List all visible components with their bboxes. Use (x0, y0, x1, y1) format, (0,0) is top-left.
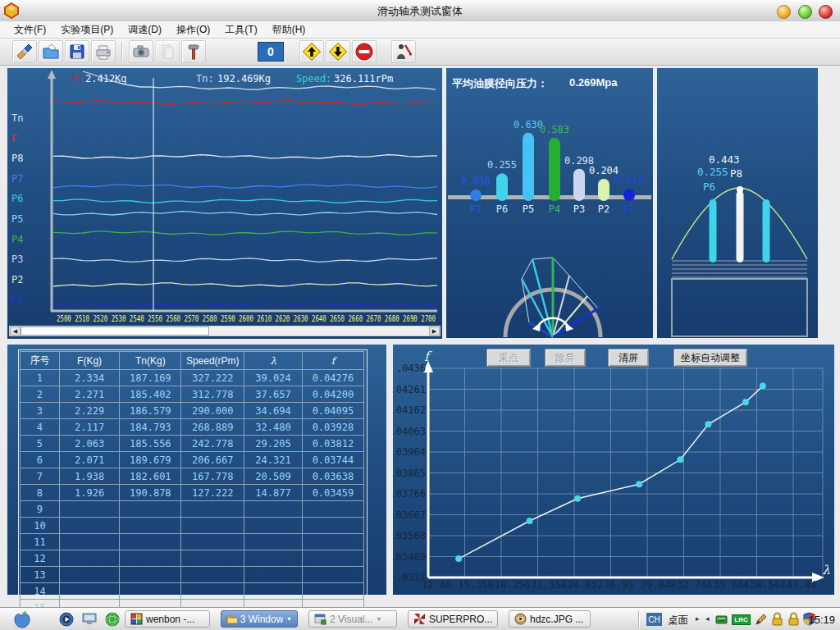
task-button-1[interactable]: 3 Window...▼ (221, 610, 298, 628)
browser-globe-icon[interactable] (105, 612, 120, 627)
task-button-0[interactable]: wenbon -... (125, 610, 210, 628)
table-cell: 1.938 (59, 468, 119, 485)
scrollbar-thumb[interactable] (21, 326, 209, 336)
print-button[interactable] (91, 40, 116, 63)
table-cell (181, 567, 244, 583)
table-cell (120, 567, 181, 583)
pressure-name-P5: P5 (523, 203, 534, 215)
task-button-3[interactable]: SUPERPRO... (408, 610, 498, 628)
minimize-button[interactable] (777, 5, 791, 19)
lock2-tray-icon[interactable] (788, 612, 800, 626)
table-row[interactable]: 22.271185.402312.77837.6570.04200 (21, 386, 364, 403)
task-button-4[interactable]: hdzc.JPG ... (509, 610, 591, 628)
expand-right-chevron[interactable]: ▸ (696, 614, 700, 623)
trace-P3 (53, 258, 437, 262)
table-row[interactable]: 42.117184.793268.88932.4800.03928 (21, 419, 364, 436)
table-cell (59, 567, 119, 583)
table-row[interactable]: 13 (21, 567, 364, 583)
table-row[interactable]: 32.229186.579290.00034.6940.04095 (21, 403, 364, 419)
readout-label-2: Speed: (296, 73, 331, 84)
table-row[interactable]: 14 (21, 583, 364, 600)
readout-value-2: 326.111rPm (334, 73, 393, 84)
open-file-button[interactable] (39, 40, 63, 63)
close-button[interactable] (819, 5, 833, 19)
table-row[interactable]: 81.926190.878127.22214.8770.03459 (21, 485, 364, 501)
bar-p8-cap (737, 186, 743, 193)
save-button[interactable] (65, 40, 89, 63)
column-header-1: F(Kg) (59, 352, 119, 370)
pencil-tray-icon[interactable] (755, 613, 768, 626)
task-dropdown-arrow[interactable]: ▼ (286, 616, 292, 622)
save-icon (67, 42, 87, 62)
table-row[interactable]: 10 (21, 518, 364, 534)
table-row[interactable]: 12 (21, 550, 364, 567)
table-cell: 0.03638 (302, 468, 363, 485)
menu-item-3[interactable]: 操作(O) (169, 21, 217, 39)
usb-device-tray-icon[interactable] (715, 614, 728, 625)
friction-chart: .0436.04261.04162.04063.03964.03865.0376… (393, 345, 834, 595)
desktop-toolbar-label[interactable]: 桌面 (668, 614, 688, 628)
horizontal-scrollbar[interactable]: ◀ ▶ (9, 326, 441, 336)
menu-item-1[interactable]: 实验项目(P) (53, 21, 121, 39)
wizard-button[interactable] (391, 40, 416, 63)
table-cell: 5 (21, 436, 60, 452)
apple-menu-icon[interactable] (13, 610, 31, 628)
task-dropdown-arrow[interactable]: ▼ (376, 616, 381, 622)
taskbar-separator (638, 611, 640, 628)
table-cell: 290.000 (181, 403, 244, 419)
display-icon[interactable] (82, 613, 98, 626)
title-bar[interactable]: 滑动轴承测试窗体 (0, 0, 840, 22)
brush-tool-button[interactable] (12, 40, 37, 63)
brush-icon (15, 42, 34, 62)
y-label-Tn: Tn (11, 112, 23, 124)
table-cell: 32.480 (244, 419, 303, 436)
menu-item-5[interactable]: 帮助(H) (265, 21, 313, 39)
table-cell: 6 (21, 452, 60, 468)
photo-icon (514, 613, 527, 625)
table-row[interactable]: 12.334187.169327.22239.0240.04276 (21, 370, 364, 386)
task-button-2[interactable]: 2 Visual...▼ (308, 610, 397, 628)
table-cell: 4 (21, 419, 60, 436)
maximize-button[interactable] (798, 5, 812, 19)
copy-pages-button[interactable] (155, 40, 180, 63)
menu-item-2[interactable]: 调速(D) (121, 21, 169, 39)
table-cell: 20.509 (244, 468, 303, 485)
pressure-bar-P7 (470, 189, 482, 201)
x-tick-labels: 2500 2510 2520 2530 2540 2550 2560 2570 … (57, 313, 436, 324)
table-row[interactable]: 9 (21, 501, 364, 518)
table-row[interactable]: 62.071189.679206.66724.3210.03744 (21, 452, 364, 468)
speed-up-button[interactable] (299, 40, 324, 63)
table-cell: 2.071 (59, 452, 119, 468)
menu-item-0[interactable]: 文件(F) (7, 21, 53, 39)
media-player-icon[interactable] (59, 612, 74, 627)
pressure-name-P2: P2 (598, 203, 609, 215)
scroll-left-button[interactable]: ◀ (10, 326, 21, 336)
table-row[interactable]: 11 (21, 534, 364, 550)
pressure-chart: 0.038P70.255P60.630P50.583P40.298P30.204… (446, 68, 653, 338)
task-button-label: 2 Visual... (330, 614, 372, 625)
table-header-row: 序号F(Kg)Tn(Kg)Speed(rPm)λf (21, 352, 364, 370)
x-tick-label: 35.644 (714, 579, 749, 591)
lrc-tray-badge[interactable]: LRC (732, 614, 751, 625)
pressure-bar-P1 (623, 189, 635, 201)
mosaic-icon (130, 613, 143, 625)
task-button-strip: wenbon -...3 Window...▼2 Visual...▼SUPER… (125, 608, 591, 625)
counter-display: 0 (258, 42, 284, 62)
lock-tray-icon[interactable] (771, 612, 783, 626)
table-cell: 7 (21, 468, 60, 485)
table-row[interactable]: 71.938182.601167.77820.5090.03638 (21, 468, 364, 485)
menu-item-4[interactable]: 工具(T) (217, 21, 264, 39)
window-title: 滑动轴承测试窗体 (0, 4, 840, 19)
collapse-left-chevron[interactable]: ◂ (705, 614, 710, 623)
table-row[interactable]: 52.063185.556242.77829.2050.03812 (21, 436, 364, 452)
language-indicator[interactable]: CH (646, 613, 662, 626)
speed-up-icon (302, 42, 322, 62)
table-cell: 184.793 (120, 419, 181, 436)
speed-down-button[interactable] (326, 40, 350, 63)
capture-button[interactable] (129, 40, 153, 63)
scroll-right-button[interactable]: ▶ (429, 326, 440, 336)
hammer-tool-button[interactable] (181, 40, 206, 63)
stop-button[interactable] (352, 40, 377, 63)
toolbar-separator (121, 43, 123, 61)
table-cell (59, 518, 119, 534)
